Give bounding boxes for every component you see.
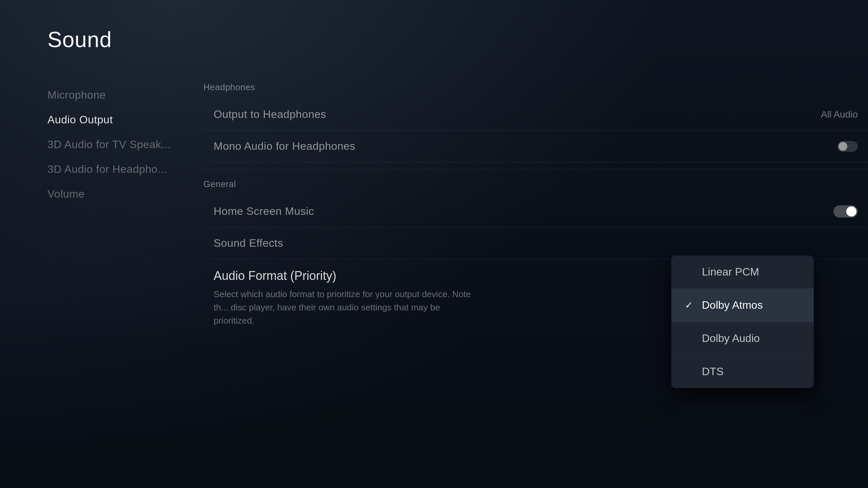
dropdown-item-dolby-atmos-label: Dolby Atmos — [702, 299, 763, 311]
headphones-section-label: Headphones — [203, 79, 868, 95]
output-to-headphones-value: All Audio — [821, 109, 858, 120]
audio-format-dropdown: Linear PCM ✓ Dolby Atmos Dolby Audio DTS — [671, 256, 814, 388]
dropdown-item-dts[interactable]: DTS — [671, 355, 814, 388]
home-screen-music-label: Home Screen Music — [214, 205, 314, 218]
mono-audio-toggle[interactable] — [837, 141, 858, 152]
sound-effects-label: Sound Effects — [214, 237, 283, 249]
general-section-label: General — [203, 176, 868, 192]
mono-audio-row[interactable]: Mono Audio for Headphones — [203, 130, 868, 162]
dropdown-item-dolby-atmos[interactable]: ✓ Dolby Atmos — [671, 289, 814, 322]
audio-format-description: Select which audio format to prioritize … — [214, 288, 471, 327]
dropdown-item-dolby-audio-label: Dolby Audio — [702, 332, 760, 345]
sound-effects-row[interactable]: Sound Effects — [203, 227, 868, 259]
output-to-headphones-label: Output to Headphones — [214, 108, 326, 121]
dropdown-item-dts-label: DTS — [702, 365, 724, 378]
sidebar-item-microphone[interactable]: Microphone — [47, 83, 190, 107]
left-navigation: Microphone Audio Output 3D Audio for TV … — [47, 79, 190, 337]
sidebar-item-volume[interactable]: Volume — [47, 182, 190, 206]
mono-audio-toggle-knob — [839, 142, 847, 151]
dropdown-item-linear-pcm[interactable]: Linear PCM — [671, 256, 814, 289]
home-screen-music-toggle[interactable] — [833, 205, 858, 218]
dropdown-item-linear-pcm-label: Linear PCM — [702, 266, 759, 278]
section-divider — [203, 169, 868, 169]
output-to-headphones-row[interactable]: Output to Headphones All Audio — [203, 99, 868, 130]
page-title: Sound — [47, 27, 868, 52]
home-screen-music-toggle-knob — [846, 206, 856, 217]
sidebar-item-audio-output[interactable]: Audio Output — [47, 107, 190, 132]
home-screen-music-row[interactable]: Home Screen Music — [203, 196, 868, 227]
check-icon-dolby-atmos: ✓ — [685, 300, 695, 311]
sidebar-item-3d-audio-tv[interactable]: 3D Audio for TV Speak... — [47, 132, 190, 157]
dropdown-item-dolby-audio[interactable]: Dolby Audio — [671, 322, 814, 355]
mono-audio-label: Mono Audio for Headphones — [214, 140, 355, 152]
sidebar-item-3d-audio-headphones[interactable]: 3D Audio for Headpho... — [47, 157, 190, 182]
settings-panel: Headphones Output to Headphones All Audi… — [190, 79, 868, 337]
